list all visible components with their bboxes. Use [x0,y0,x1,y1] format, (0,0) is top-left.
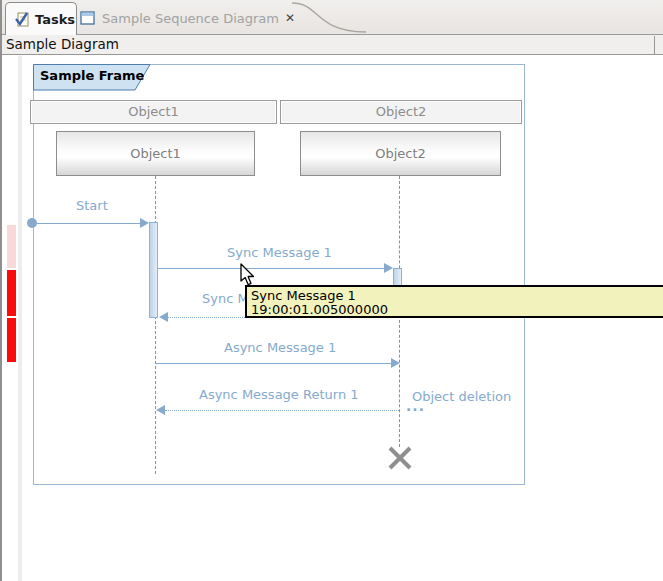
message-async-return-arrowhead-icon [156,405,165,415]
marker-pink[interactable] [7,225,16,268]
lifeline-object1[interactable] [155,176,156,474]
tab-sample-sequence-diagram[interactable]: Sample Sequence Diagram ✕ [80,2,295,34]
message-start-line [33,223,141,224]
deletion-cross-icon[interactable] [388,446,412,470]
message-async1-label: Async Message 1 [224,340,336,355]
header-object2[interactable]: Object2 [280,100,522,124]
close-icon[interactable]: ✕ [285,12,295,24]
marker-red-2[interactable] [7,318,16,362]
object-deletion-ellipsis: ... [406,398,425,414]
tab-diagram-label: Sample Sequence Diagram [102,11,279,26]
message-sync1-label: Sync Message 1 [227,245,332,260]
frame-title: Sample Frame [40,68,144,83]
toolbar-divider [654,36,655,54]
message-start-label: Start [76,198,108,213]
tab-tasks-label: Tasks [35,12,75,27]
object-box-1[interactable]: Object1 [56,131,255,176]
activation-object1[interactable] [149,222,158,318]
marker-red-1[interactable] [7,270,16,316]
editor-window-icon [80,11,95,26]
tab-tasks[interactable]: Tasks [5,2,77,35]
object-box-2[interactable]: Object2 [300,131,501,176]
tooltip-timestamp: 19:00:01.005000000 [251,303,661,317]
cursor-icon [239,263,256,287]
header-object1[interactable]: Object1 [30,100,277,124]
frame-label[interactable]: Sample Frame [33,64,151,91]
message-sync1-line [158,268,384,269]
tooltip-title: Sync Message 1 [251,288,661,303]
message-start-arrowhead-icon [140,218,149,228]
eclipse-window: Tasks Sample Sequence Diagram ✕ Sample D… [0,0,663,581]
message-async1-line [155,363,391,364]
object-deletion-label: Object deletion [412,389,511,404]
view-toolbar: Sample Diagram [2,35,663,55]
message-sync1-arrowhead-icon [384,263,393,273]
annotation-ruler [18,56,22,581]
message-async-return-label: Async Message Return 1 [199,387,359,402]
found-message-circle-icon [27,218,37,228]
page-title: Sample Diagram [6,36,119,52]
tasks-icon [14,11,30,27]
message-async-return-line [165,410,399,411]
sequence-frame [33,64,525,485]
message-sync-return-arrowhead-icon [159,312,168,322]
tooltip: Sync Message 1 19:00:01.005000000 [245,285,663,318]
message-async1-arrowhead-icon [391,358,400,368]
tab-bar: Tasks Sample Sequence Diagram ✕ [2,0,663,34]
